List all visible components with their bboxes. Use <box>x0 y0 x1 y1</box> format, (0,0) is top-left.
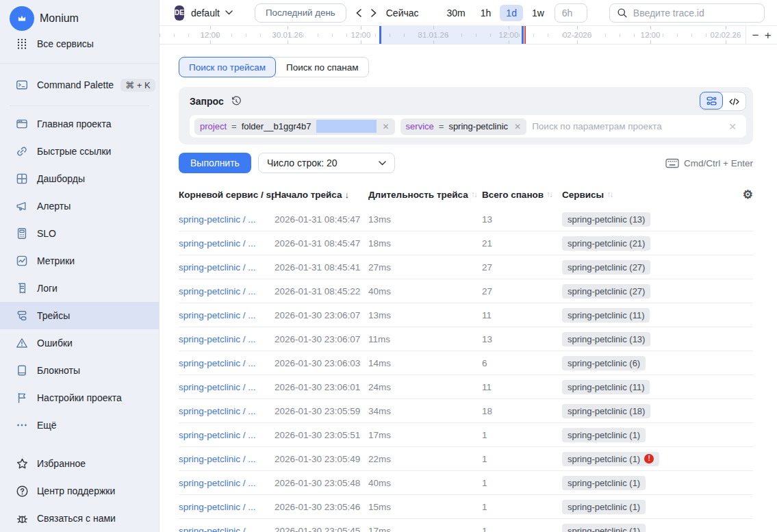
sidebar-item-label: Трейсы <box>37 310 70 321</box>
service-badge[interactable]: spring-petclinic (1) <box>562 500 646 514</box>
sort-icon[interactable]: ↑↓ <box>546 190 552 199</box>
table-settings-gear-icon[interactable]: ⚙ <box>743 188 753 202</box>
column-header-0[interactable]: Корневой сервис / spa <box>179 190 275 200</box>
sidebar-item-favorites[interactable]: Избранное <box>0 450 159 477</box>
query-input[interactable]: project=folder__b1ggr4b7✕service=spring-… <box>190 115 746 138</box>
trace-search-input[interactable] <box>633 8 757 18</box>
service-badge[interactable]: spring-petclinic (1) <box>562 428 646 442</box>
column-header-1[interactable]: Начало трейса↓ <box>275 190 368 200</box>
now-button[interactable]: Сейчас <box>386 8 419 18</box>
chip-remove-icon[interactable]: ✕ <box>514 122 521 131</box>
run-button[interactable]: Выполнить <box>179 153 251 173</box>
query-code-toggle[interactable] <box>722 92 746 110</box>
query-builder-toggle[interactable] <box>700 92 723 110</box>
sidebar-item-label: Ошибки <box>37 338 73 349</box>
custom-range-input[interactable] <box>555 3 587 23</box>
service-badge[interactable]: spring-petclinic (6) <box>562 356 646 370</box>
sidebar-item-slo[interactable]: SLO <box>0 220 159 247</box>
sidebar-item-project-home[interactable]: Главная проекта <box>0 110 159 138</box>
preset-1h[interactable]: 1h <box>474 5 498 21</box>
trace-link[interactable]: spring-petclinic / ... <box>179 238 275 249</box>
trace-link[interactable]: spring-petclinic / ... <box>179 406 275 416</box>
rows-count-select[interactable]: Число строк: 20 <box>258 153 395 173</box>
trace-link[interactable]: spring-petclinic / ... <box>179 478 275 488</box>
service-badge[interactable]: spring-petclinic (13) <box>562 212 650 227</box>
sidebar-item-all-services[interactable]: Все сервисы <box>0 30 159 58</box>
zoom-out-button[interactable]: − <box>752 29 759 41</box>
trace-link[interactable]: spring-petclinic / ... <box>179 334 275 344</box>
logo-row[interactable]: Monium <box>0 0 159 30</box>
service-badge[interactable]: spring-petclinic (11) <box>562 380 650 394</box>
service-badge[interactable]: spring-petclinic (18) <box>562 404 650 418</box>
chevron-down-icon[interactable] <box>225 10 233 15</box>
sidebar-item-contact[interactable]: Связаться с нами <box>0 505 159 532</box>
sidebar-item-support[interactable]: Центр поддержки <box>0 477 159 505</box>
sidebar-item-more[interactable]: Ещё <box>0 411 159 439</box>
main-area: DE default Последний день Сейчас 30m1h1d… <box>160 0 777 532</box>
sort-icon[interactable]: ↑↓ <box>607 190 612 199</box>
sidebar-item-command-palette[interactable]: Command Palette ⌘ + K <box>0 72 159 99</box>
filter-chip-project[interactable]: project=folder__b1ggr4b7✕ <box>194 118 395 135</box>
star-icon <box>10 457 34 470</box>
trace-link[interactable]: spring-petclinic / ... <box>179 502 275 512</box>
sidebar-item-label: Ещё <box>37 420 57 431</box>
history-icon[interactable] <box>231 96 242 107</box>
column-header-3[interactable]: Всего спанов↑↓ <box>482 190 562 200</box>
bug-icon <box>10 512 34 525</box>
trace-link[interactable]: spring-petclinic / ... <box>179 358 275 368</box>
column-label: Корневой сервис / spa <box>179 190 275 200</box>
sidebar-item-metrics[interactable]: Метрики <box>0 247 159 275</box>
timeline-ruler[interactable]: 12:0030.01.2612:0031.01.2612:0002-202612… <box>160 26 746 44</box>
filter-chip-service[interactable]: service=spring-petclinic✕ <box>400 118 527 135</box>
timeline-label: 12:00 <box>497 31 521 39</box>
service-badge[interactable]: spring-petclinic (27) <box>562 260 650 275</box>
preset-30m[interactable]: 30m <box>441 5 472 21</box>
trace-link[interactable]: spring-petclinic / ... <box>179 454 275 464</box>
timeline-tick <box>288 40 288 44</box>
service-badge[interactable]: spring-petclinic (13) <box>562 332 650 346</box>
tab-trace-search[interactable]: Поиск по трейсам <box>179 57 276 77</box>
trace-start-time: 2026-01-30 23:06:03 <box>275 358 368 368</box>
sidebar-item-alerts[interactable]: Алерты <box>0 192 159 220</box>
clear-query-icon[interactable]: ✕ <box>726 121 739 132</box>
column-header-2[interactable]: Длительность трейса↑↓ <box>368 190 482 200</box>
trace-link[interactable]: spring-petclinic / ... <box>179 262 275 273</box>
trace-link[interactable]: spring-petclinic / ... <box>179 310 275 320</box>
trace-link[interactable]: spring-petclinic / ... <box>179 286 275 296</box>
zoom-in-button[interactable]: + <box>765 29 772 41</box>
sidebar-item-project-settings[interactable]: Настройки проекта <box>0 384 159 411</box>
preset-1w[interactable]: 1w <box>526 5 550 21</box>
sidebar-item-traces[interactable]: Трейсы <box>0 302 159 329</box>
chip-value: spring-petclinic <box>448 121 508 131</box>
service-badge[interactable]: spring-petclinic (1) <box>562 476 646 490</box>
app-title: Monium <box>40 12 79 25</box>
sidebar-item-notebooks[interactable]: Блокноты <box>0 357 159 384</box>
service-badge[interactable]: spring-petclinic (21) <box>562 236 650 251</box>
service-badge[interactable]: spring-petclinic (27) <box>562 284 650 299</box>
column-header-4[interactable]: Сервисы↑↓ <box>562 190 735 200</box>
service-badge[interactable]: spring-petclinic (1)! <box>562 452 659 466</box>
time-range-button[interactable]: Последний день <box>255 3 346 23</box>
sidebar-item-errors[interactable]: Ошибки <box>0 329 159 357</box>
env-name[interactable]: default <box>191 8 220 18</box>
trace-link[interactable]: spring-petclinic / ... <box>179 214 275 225</box>
trace-search <box>609 3 765 23</box>
trace-link[interactable]: spring-petclinic / ... <box>179 430 275 440</box>
sidebar-item-quick-links[interactable]: Быстрые ссылки <box>0 138 159 165</box>
sidebar-item-logs[interactable]: Логи <box>0 275 159 302</box>
sort-icon[interactable]: ↑↓ <box>471 190 476 199</box>
chip-remove-icon[interactable]: ✕ <box>383 122 390 131</box>
chevron-right-icon[interactable] <box>371 9 377 17</box>
service-badge[interactable]: spring-petclinic (1) <box>562 524 646 532</box>
trace-link[interactable]: spring-petclinic / ... <box>179 526 275 532</box>
topbar: DE default Последний день Сейчас 30m1h1d… <box>160 0 777 25</box>
trace-link[interactable]: spring-petclinic / ... <box>179 382 275 392</box>
preset-1d[interactable]: 1d <box>500 5 523 21</box>
tab-span-search[interactable]: Поиск по спанам <box>275 57 369 77</box>
sort-desc-icon[interactable]: ↓ <box>345 190 350 200</box>
service-badge[interactable]: spring-petclinic (11) <box>562 308 650 322</box>
chip-key: project <box>200 121 227 131</box>
chevron-left-icon[interactable] <box>356 9 361 17</box>
sidebar-item-dashboards[interactable]: Дашборды <box>0 165 159 192</box>
service-badge-label: spring-petclinic (1) <box>568 478 640 488</box>
